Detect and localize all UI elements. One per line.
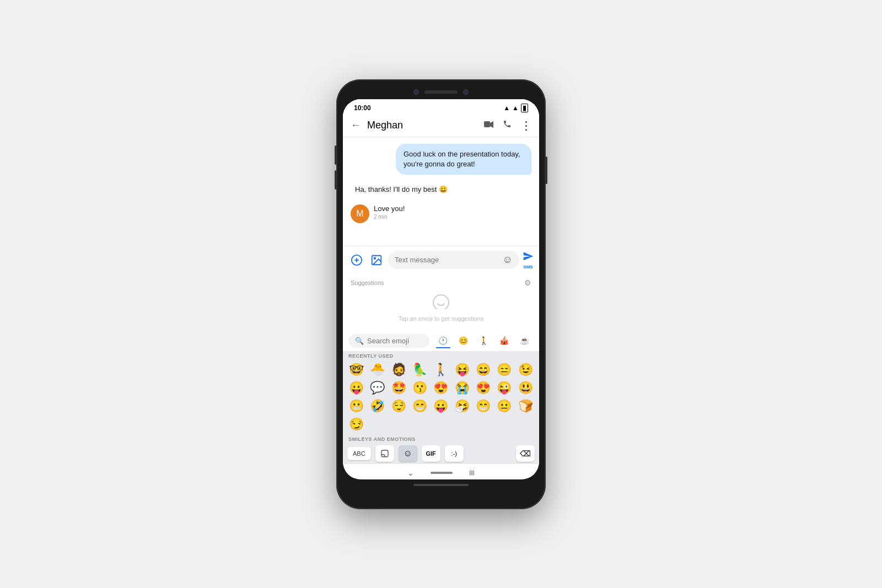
svg-marker-1 [490, 121, 493, 128]
message-group: Love you! 2 min [374, 204, 405, 220]
emoji-keyboard-button[interactable]: ☺ [399, 445, 417, 462]
emoji-grin[interactable]: 😁 [410, 397, 430, 415]
emoji-expressionless[interactable]: 😑 [494, 361, 514, 379]
phone-device: 10:00 ▲ ▲ ▮ ← Meghan [336, 79, 546, 509]
emoji-tongue2[interactable]: 😛 [431, 397, 451, 415]
emoji-neutral[interactable]: 😐 [494, 397, 514, 415]
navigation-bar: ⌄ ⊞ [343, 464, 539, 479]
emoji-grimacing[interactable]: 😬 [346, 397, 367, 415]
emoji-nerd[interactable]: 🤓 [346, 361, 367, 379]
add-button[interactable] [348, 252, 365, 268]
chat-area: Good luck on the presentation today, you… [343, 137, 539, 246]
emoji-sneezing[interactable]: 🤧 [452, 397, 472, 415]
volume-down-button[interactable] [335, 170, 337, 190]
header-actions: ⋮ [484, 119, 531, 132]
keyboard-bottom-bar: ABC ☺ GIF :-) ⌫ [343, 443, 539, 464]
suggestions-area: Suggestions ⚙ Tap an emoji to get sugges… [343, 274, 539, 331]
signal-icon: ▲ [512, 104, 519, 112]
suggestions-label: Suggestions [351, 279, 384, 286]
emoji-kissing[interactable]: 😗 [410, 379, 430, 397]
suggestions-settings-button[interactable]: ⚙ [524, 278, 531, 287]
emoji-crying[interactable]: 😭 [452, 379, 472, 397]
emoji-grin2[interactable]: 😁 [473, 397, 493, 415]
emoji-tab-people[interactable]: 🚶 [475, 334, 493, 347]
emoji-relieved[interactable]: 😌 [389, 397, 409, 415]
sent-message-with-avatar: M Love you! 2 min [351, 204, 531, 223]
front-sensor [463, 89, 469, 95]
emoji-picker-button[interactable]: ☺ [503, 254, 513, 266]
suggestions-header: Suggestions ⚙ [351, 278, 531, 287]
delete-button[interactable]: ⌫ [516, 445, 535, 462]
emoji-parrot[interactable]: 🦜 [410, 361, 430, 379]
search-input-wrapper[interactable]: 🔍 [348, 334, 429, 348]
emoji-tab-recent[interactable]: 🕐 [434, 334, 452, 347]
message-time: 2 min [374, 214, 405, 220]
earpiece-speaker [424, 90, 458, 94]
emoji-keyboard: 🔍 🕐 😊 🚶 🎪 ☕ RECENTLY USED [343, 331, 539, 464]
volume-up-button[interactable] [335, 145, 337, 165]
emoji-tab-activities[interactable]: 🎪 [495, 334, 513, 347]
text-message-input[interactable] [395, 256, 499, 264]
kaomoji-button[interactable]: :-) [445, 445, 464, 462]
emoji-grinning[interactable]: 😄 [473, 361, 493, 379]
emoji-big-smile[interactable]: 😃 [515, 379, 536, 397]
compose-area: ☺ SMS [343, 246, 539, 274]
phone-call-button[interactable] [503, 120, 512, 131]
emoji-wink-tongue[interactable]: 😜 [494, 379, 514, 397]
bottom-bar-indicator [413, 484, 469, 486]
attach-button[interactable] [368, 252, 385, 268]
phone-screen: 10:00 ▲ ▲ ▮ ← Meghan [343, 99, 539, 479]
power-button[interactable] [545, 157, 547, 184]
recently-used-label: RECENTLY USED [343, 351, 539, 360]
emoji-speech[interactable]: 💬 [367, 379, 388, 397]
suggestions-content: Tap an emoji to get suggestions [351, 292, 531, 326]
received-message-wrapper: Good luck on the presentation today, you… [351, 144, 531, 175]
nav-back-icon[interactable]: ⌄ [407, 468, 414, 477]
emoji-winking[interactable]: 😉 [515, 361, 536, 379]
more-options-button[interactable]: ⋮ [520, 119, 531, 132]
smiley-placeholder-icon [432, 294, 450, 313]
wifi-icon: ▲ [503, 104, 510, 112]
emoji-tab-smileys[interactable]: 😊 [454, 334, 472, 347]
send-button[interactable]: SMS [523, 251, 534, 269]
status-time: 10:00 [354, 104, 371, 112]
emoji-category-tabs: 🕐 😊 🚶 🎪 ☕ [434, 334, 534, 347]
status-bar: 10:00 ▲ ▲ ▮ [343, 99, 539, 115]
status-icons: ▲ ▲ ▮ [503, 104, 528, 112]
emoji-stuck-out[interactable]: 😝 [452, 361, 472, 379]
front-camera [413, 89, 419, 95]
app-header: ← Meghan ⋮ [343, 115, 539, 137]
emoji-search-input[interactable] [367, 337, 423, 345]
contact-name: Meghan [367, 120, 477, 131]
emoji-tab-food[interactable]: ☕ [515, 334, 534, 347]
search-icon: 🔍 [355, 337, 364, 345]
emoji-tongue[interactable]: 😛 [346, 379, 367, 397]
text-input-wrapper[interactable]: ☺ [388, 251, 519, 269]
smileys-label: SMILEYS AND EMOTIONS [343, 434, 539, 443]
emoji-heart-eyes[interactable]: 😍 [431, 379, 451, 397]
send-label: SMS [523, 265, 533, 269]
video-call-button[interactable] [484, 120, 494, 131]
emoji-chick[interactable]: 🐣 [367, 361, 388, 379]
emoji-winking2[interactable]: 😏 [346, 416, 367, 433]
nav-home-indicator[interactable] [431, 472, 453, 474]
emoji-bearded[interactable]: 🧔 [389, 361, 409, 379]
emoji-rofl[interactable]: 🤣 [367, 397, 388, 415]
svg-rect-0 [484, 121, 490, 127]
phone-top-bar [343, 86, 539, 99]
send-arrow-icon [523, 251, 534, 265]
battery-icon: ▮ [521, 104, 528, 112]
message-text: Love you! [374, 204, 405, 213]
back-button[interactable]: ← [351, 120, 361, 131]
contact-avatar: M [351, 204, 369, 223]
emoji-walking[interactable]: 🚶 [431, 361, 451, 379]
emoji-search-bar: 🔍 🕐 😊 🚶 🎪 ☕ [343, 331, 539, 351]
nav-overview-icon[interactable]: ⊞ [469, 469, 475, 477]
gif-button[interactable]: GIF [422, 445, 440, 462]
emoji-star-struck[interactable]: 🤩 [389, 379, 409, 397]
emoji-bread[interactable]: 🍞 [515, 397, 536, 415]
sent-message-1: Ha, thanks! I'll do my best 😀 [355, 179, 487, 200]
emoji-heart-eyes2[interactable]: 😍 [473, 379, 493, 397]
sticker-button[interactable] [375, 445, 394, 462]
abc-button[interactable]: ABC [347, 447, 371, 460]
